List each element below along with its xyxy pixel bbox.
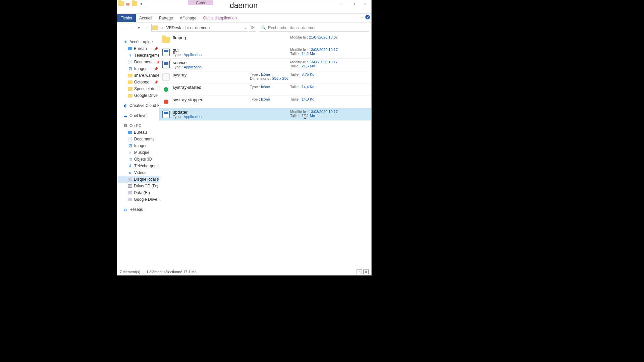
sidebar-pc-item[interactable]: Google Drive File St	[118, 196, 159, 203]
file-row[interactable]: serviceType : ApplicationModifié le : 13…	[159, 59, 371, 71]
file-size: Taille : 21,6 Mo	[290, 64, 369, 68]
new-folder-icon[interactable]	[132, 1, 137, 6]
minimize-button[interactable]: ─	[335, 0, 347, 8]
sidebar-label: Creative Cloud Files	[129, 103, 159, 108]
disk-icon	[128, 198, 132, 201]
sidebar-quick-item[interactable]: 📄Documents📌	[118, 59, 159, 65]
objects3d-icon: ◫	[128, 157, 132, 161]
image-icon: 🖼	[128, 67, 132, 71]
sidebar-item-label: Documents	[134, 137, 155, 141]
sidebar-quick-item[interactable]: Specs et docs sal📌	[118, 85, 159, 92]
breadcrumb-seg-1[interactable]: bin	[184, 25, 192, 30]
sidebar-pc-item[interactable]: 🖼Images	[118, 142, 159, 149]
sidebar-item-label: Images	[134, 143, 147, 148]
sidebar-this-pc[interactable]: 🖥 Ce PC	[118, 122, 159, 129]
sidebar-network[interactable]: 🖧 Réseau	[118, 206, 159, 213]
status-dot-red-icon	[164, 100, 168, 104]
sidebar-onedrive[interactable]: ☁ OneDrive	[118, 112, 159, 119]
folder-icon	[162, 37, 170, 43]
disk-icon	[128, 191, 132, 194]
address-dropdown-icon[interactable]: ⌄	[245, 26, 247, 29]
application-icon	[162, 49, 170, 56]
body: ★ Accès rapide Bureau📌⬇Téléchargements📌📄…	[117, 33, 371, 268]
sidebar-quick-item[interactable]: Google Drive File📌	[118, 92, 159, 99]
view-details-icon[interactable]: ≡	[357, 269, 362, 274]
sidebar-quick-item[interactable]: ⬇Téléchargements📌	[118, 52, 159, 59]
sidebar-item-label: Téléchargements	[134, 164, 159, 168]
sidebar-item-label: Data (E:)	[134, 190, 150, 195]
sidebar-pc-item[interactable]: ◫Objets 3D	[118, 156, 159, 163]
file-row[interactable]: systray-startedType : IcôneTaille : 14,4…	[159, 83, 371, 96]
sidebar-item-label: Documents	[134, 60, 155, 64]
forward-button[interactable]: →	[127, 24, 135, 32]
file-name: updater	[173, 110, 250, 115]
folder-icon	[128, 87, 132, 91]
sidebar-item-label: Specs et docs sal	[134, 86, 159, 91]
sidebar-pc-item[interactable]: DriverCD (D:)	[118, 183, 159, 189]
sidebar-item-label: share.wanadev.la	[134, 73, 159, 78]
search-box[interactable]: 🔍 Rechercher dans : daemon	[259, 24, 369, 32]
star-icon: ★	[123, 40, 128, 44]
sidebar-pc-item[interactable]: ♪Musique	[118, 149, 159, 156]
view-tiles-icon[interactable]: ▦	[363, 269, 369, 274]
folder-icon	[128, 80, 132, 84]
breadcrumb-prefix: «	[160, 25, 165, 30]
help-icon[interactable]: ?	[365, 15, 370, 19]
document-icon: 📄	[128, 137, 132, 141]
desktop-icon	[128, 131, 132, 134]
refresh-button[interactable]: ⟳	[249, 24, 256, 32]
chevron-icon[interactable]: ›	[193, 26, 194, 29]
app-folder-icon	[118, 1, 124, 6]
tab-app-tools[interactable]: Outils d'application	[200, 14, 240, 22]
file-size: Taille : 14,4 Ko	[290, 85, 369, 89]
file-type: Type : Application	[173, 115, 250, 119]
tab-view[interactable]: Affichage	[176, 14, 200, 22]
pin-icon: 📌	[154, 67, 158, 71]
back-button[interactable]: ←	[119, 24, 126, 32]
sidebar-pc-item[interactable]: 📄Documents	[118, 136, 159, 142]
file-modified: Modifié le : 13/08/2020 10:17	[290, 60, 369, 64]
file-name: gui	[173, 48, 250, 53]
file-row[interactable]: systray-stoppedType : IcôneTaille : 14,3…	[159, 96, 371, 108]
file-list[interactable]: ffmpegModifié le : 21/07/2020 18:07guiTy…	[159, 33, 371, 268]
tab-file[interactable]: Fichier	[117, 14, 136, 22]
sidebar-quick-item[interactable]: share.wanadev.la📌	[118, 72, 159, 79]
pin-icon: 📌	[154, 47, 158, 51]
address-bar[interactable]: › « VRDesk › bin › daemon ⌄	[151, 24, 248, 32]
maximize-button[interactable]: ☐	[347, 0, 359, 8]
cloud-icon: ☁	[123, 114, 128, 118]
breadcrumb-seg-0[interactable]: VRDesk	[165, 25, 182, 30]
sidebar-pc-item[interactable]: Disque local (C:)	[118, 176, 159, 183]
ribbon-help-area: ⌄ ?	[361, 15, 370, 19]
sidebar-pc-item[interactable]: ▶Vidéos	[118, 169, 159, 176]
sidebar-pc-item[interactable]: ⬇Téléchargements	[118, 163, 159, 169]
file-name: systray	[173, 72, 250, 77]
close-button[interactable]: ✕	[359, 0, 371, 8]
sidebar-quick-item[interactable]: Bureau📌	[118, 45, 159, 52]
properties-icon[interactable]: ▦	[125, 1, 130, 6]
chevron-icon[interactable]: ›	[183, 26, 184, 29]
sidebar-creative-cloud[interactable]: ◐ Creative Cloud Files	[118, 102, 159, 109]
file-row[interactable]: guiType : ApplicationModifié le : 13/08/…	[159, 46, 371, 59]
nav-tree[interactable]: ★ Accès rapide Bureau📌⬇Téléchargements📌📄…	[117, 33, 159, 268]
window-controls: ─ ☐ ✕	[335, 0, 371, 8]
qat-dropdown-icon[interactable]: ▾	[139, 1, 144, 6]
sidebar-quick-access[interactable]: ★ Accès rapide	[118, 39, 159, 45]
file-row[interactable]: systrayType : IcôneDimensions : 256 x 25…	[159, 71, 371, 83]
sidebar-pc-item[interactable]: Bureau	[118, 129, 159, 136]
file-name: ffmpeg	[173, 35, 250, 40]
recent-dropdown[interactable]: ▾	[135, 24, 143, 32]
sidebar-quick-item[interactable]: 🖼Images📌	[118, 65, 159, 72]
up-button[interactable]: ↑	[143, 24, 151, 32]
breadcrumb-seg-2[interactable]: daemon	[194, 25, 211, 30]
file-type: Type : Icône	[250, 72, 290, 76]
tab-share[interactable]: Partage	[156, 14, 176, 22]
file-name: systray-stopped	[173, 97, 250, 102]
tab-home[interactable]: Accueil	[136, 14, 156, 22]
ribbon-collapse-icon[interactable]: ⌄	[361, 15, 363, 19]
sidebar-quick-item[interactable]: Octopod📌	[118, 79, 159, 85]
sidebar-pc-item[interactable]: Data (E:)	[118, 189, 159, 196]
download-icon: ⬇	[128, 53, 132, 57]
file-row[interactable]: updaterType : ApplicationModifié le : 13…	[159, 108, 371, 121]
file-row[interactable]: ffmpegModifié le : 21/07/2020 18:07	[159, 34, 371, 46]
